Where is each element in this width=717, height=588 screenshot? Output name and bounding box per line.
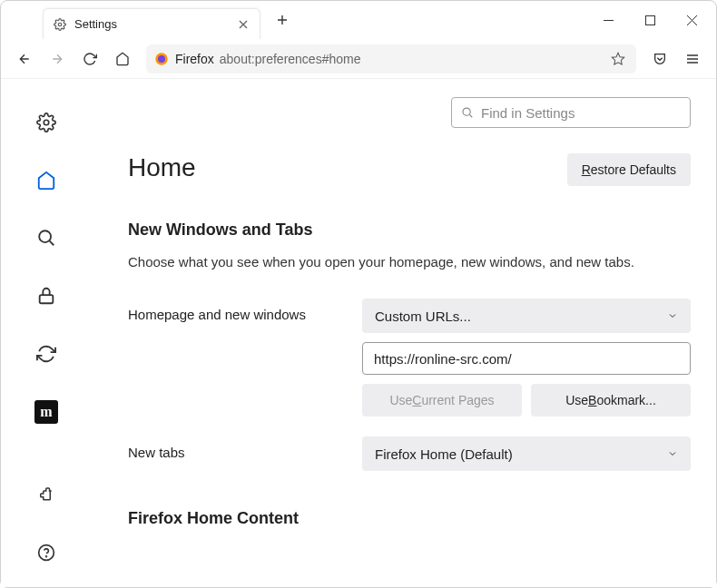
close-window-button[interactable] [671, 1, 712, 39]
tab-title: Settings [74, 17, 236, 31]
newtabs-label: New tabs [128, 436, 362, 460]
menu-button[interactable] [678, 44, 707, 74]
sidebar-help[interactable] [30, 536, 63, 569]
maximize-button[interactable] [629, 1, 671, 39]
svg-point-6 [39, 231, 51, 243]
browser-tab[interactable]: Settings [43, 8, 260, 39]
use-bookmark-button[interactable]: Use Bookmark... [531, 384, 691, 416]
settings-main: Home Restore Defaults New Windows and Ta… [92, 79, 716, 587]
svg-point-0 [58, 23, 62, 26]
svg-rect-1 [645, 15, 654, 24]
new-tab-button[interactable] [270, 7, 295, 33]
svg-point-9 [46, 556, 47, 557]
close-icon[interactable] [236, 17, 250, 32]
section-new-windows-desc: Choose what you see when you open your h… [128, 252, 691, 271]
sidebar-extensions[interactable] [30, 479, 63, 512]
reload-button[interactable] [75, 44, 104, 74]
url-text: about:preferences#home [220, 52, 607, 66]
back-button[interactable] [10, 44, 39, 74]
sidebar-privacy[interactable] [30, 279, 63, 312]
dropdown-value: Firefox Home (Default) [375, 446, 513, 462]
sidebar-more[interactable]: m [30, 396, 63, 428]
settings-search-input[interactable] [481, 105, 681, 121]
svg-point-3 [158, 55, 165, 63]
homepage-url-input[interactable] [362, 342, 691, 375]
use-current-pages-button[interactable]: Use Current Pages [362, 384, 522, 416]
sidebar-home[interactable] [30, 164, 63, 197]
url-prefix: Firefox [175, 52, 214, 66]
section-new-windows-title: New Windows and Tabs [128, 220, 691, 240]
search-icon [461, 106, 474, 119]
bookmark-star-icon[interactable] [607, 48, 629, 70]
svg-marker-4 [612, 53, 624, 64]
homepage-mode-dropdown[interactable]: Custom URLs... [362, 299, 691, 333]
browser-toolbar: Firefox about:preferences#home [1, 39, 716, 79]
gear-icon [53, 17, 67, 32]
m-icon: m [34, 400, 58, 424]
sidebar-general[interactable] [30, 106, 63, 139]
newtabs-dropdown[interactable]: Firefox Home (Default) [362, 436, 691, 471]
window-controls [587, 1, 712, 39]
restore-defaults-button[interactable]: Restore Defaults [567, 153, 691, 186]
svg-rect-7 [40, 295, 54, 303]
svg-point-10 [463, 108, 470, 115]
svg-point-5 [44, 120, 49, 125]
sidebar-search[interactable] [30, 222, 63, 255]
pocket-button[interactable] [645, 44, 674, 74]
forward-button[interactable] [43, 44, 72, 74]
section-home-content-title: Firefox Home Content [128, 509, 691, 528]
url-bar[interactable]: Firefox about:preferences#home [146, 44, 636, 74]
sidebar-sync[interactable] [30, 338, 63, 370]
page-title: Home [128, 153, 196, 182]
titlebar: Settings [1, 1, 716, 39]
chevron-down-icon [667, 446, 678, 462]
minimize-button[interactable] [587, 1, 629, 39]
dropdown-value: Custom URLs... [375, 309, 471, 324]
settings-sidebar: m [1, 79, 92, 587]
firefox-icon [153, 51, 170, 67]
home-button[interactable] [108, 44, 137, 74]
settings-search[interactable] [451, 97, 691, 128]
chevron-down-icon [667, 309, 678, 324]
homepage-label: Homepage and new windows [128, 299, 362, 322]
